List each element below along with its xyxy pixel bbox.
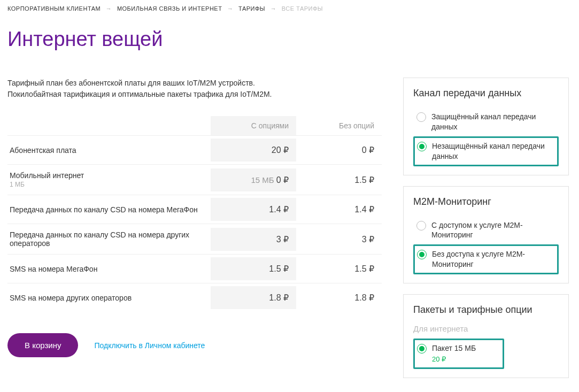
price-table: С опциями Без опций Абонентская плата 20… <box>7 116 382 312</box>
breadcrumb-item[interactable]: МОБИЛЬНАЯ СВЯЗЬ И ИНТЕРНЕТ <box>117 5 222 12</box>
price-with-options: 1.4 ₽ <box>211 198 296 221</box>
table-row: SMS на номера других операторов 1.8 ₽ 1.… <box>7 283 382 312</box>
table-header: С опциями Без опций <box>7 116 382 135</box>
connect-personal-cabinet-link[interactable]: Подключить в Личном кабинете <box>94 341 205 350</box>
price-with-options: 20 ₽ <box>211 139 296 162</box>
breadcrumb: КОРПОРАТИВНЫМ КЛИЕНТАМ → МОБИЛЬНАЯ СВЯЗЬ… <box>7 5 572 12</box>
page-title: Интернет вещей <box>7 28 572 51</box>
radio-secure-channel[interactable]: Защищённый канал передачи данных <box>413 107 559 136</box>
radio-icon <box>416 221 426 230</box>
main-content: Тарифный план без абонентской платы для … <box>7 78 382 389</box>
sidebar: Канал передачи данных Защищённый канал п… <box>403 78 569 389</box>
price-without-options: 0 ₽ <box>296 139 382 162</box>
radio-icon <box>416 112 426 122</box>
radio-label: Без доступа к услуге M2M-Мониторинг <box>432 249 555 270</box>
row-label-text: Передача данных по каналу CSD на номера … <box>10 205 198 214</box>
price-without-options: 1.5 ₽ <box>296 257 382 280</box>
table-row: Мобильный интернет 1 МБ 15 МБ0 ₽ 1.5 ₽ <box>7 164 382 195</box>
row-label: SMS на номера других операторов <box>7 287 211 309</box>
channel-panel: Канал передачи данных Защищённый канал п… <box>403 78 569 175</box>
package-price: 20 ₽ <box>432 355 500 364</box>
radio-without-monitoring[interactable]: Без доступа к услуге M2M-Мониторинг <box>413 244 559 274</box>
description-line: Тарифный план без абонентской платы для … <box>7 79 255 87</box>
monitoring-panel: M2M-Мониторинг С доступом к услуге M2M-М… <box>403 186 569 284</box>
column-header-with-options: С опциями <box>211 116 296 135</box>
price-with-options: 15 МБ0 ₽ <box>211 168 296 191</box>
row-sublabel: 1 МБ <box>10 181 211 188</box>
row-label-text: Передача данных по каналу CSD на номера … <box>10 230 189 248</box>
panel-title: Пакеты и тарифные опции <box>413 304 559 316</box>
package-name: Пакет 15 МБ <box>432 344 476 352</box>
price-without-options: 3 ₽ <box>296 228 382 251</box>
radio-icon <box>417 344 427 353</box>
radio-icon <box>417 142 427 151</box>
table-row: SMS на номера МегаФон 1.5 ₽ 1.5 ₽ <box>7 254 382 283</box>
row-label: Мобильный интернет 1 МБ <box>7 165 211 195</box>
tariff-description: Тарифный план без абонентской платы для … <box>7 78 382 100</box>
radio-unsecure-channel[interactable]: Незащищённый канал передачи данных <box>413 136 559 166</box>
row-label-text: SMS на номера МегаФон <box>10 265 97 273</box>
radio-label: Пакет 15 МБ 20 ₽ <box>432 343 500 364</box>
column-header-without-options: Без опций <box>296 116 382 135</box>
actions-bar: В корзину Подключить в Личном кабинете <box>7 333 382 357</box>
breadcrumb-separator-icon: → <box>106 5 112 12</box>
breadcrumb-item[interactable]: ТАРИФЫ <box>238 5 265 12</box>
row-label: SMS на номера МегаФон <box>7 258 211 280</box>
table-row: Передача данных по каналу CSD на номера … <box>7 195 382 224</box>
row-label-text: SMS на номера других операторов <box>10 294 132 302</box>
panel-title: M2M-Мониторинг <box>413 196 559 207</box>
add-to-cart-button[interactable]: В корзину <box>7 333 78 357</box>
description-line: Покилобайтная тарификация и оптимальные … <box>7 90 272 98</box>
breadcrumb-separator-icon: → <box>227 5 234 12</box>
radio-label: Защищённый канал передачи данных <box>431 112 555 132</box>
price-without-options: 1.4 ₽ <box>296 198 382 221</box>
row-label: Передача данных по каналу CSD на номера … <box>7 199 211 220</box>
radio-icon <box>417 250 427 259</box>
price-with-options: 1.5 ₽ <box>211 257 296 280</box>
row-label: Абонентская плата <box>7 140 211 161</box>
radio-with-monitoring[interactable]: С доступом к услуге M2M-Мониторинг <box>413 216 559 245</box>
breadcrumb-current: ВСЕ ТАРИФЫ <box>282 5 323 12</box>
included-quota: 15 МБ <box>251 175 274 185</box>
table-row: Передача данных по каналу CSD на номера … <box>7 224 382 254</box>
table-row: Абонентская плата 20 ₽ 0 ₽ <box>7 135 382 164</box>
panel-title: Канал передачи данных <box>413 88 559 99</box>
price-without-options: 1.8 ₽ <box>296 286 382 309</box>
breadcrumb-separator-icon: → <box>271 5 277 12</box>
price-with-options: 1.8 ₽ <box>211 286 296 309</box>
price-with-options: 3 ₽ <box>211 228 296 251</box>
row-label-text: Абонентская плата <box>10 146 76 155</box>
radio-label: С доступом к услуге M2M-Мониторинг <box>431 220 555 241</box>
breadcrumb-item[interactable]: КОРПОРАТИВНЫМ КЛИЕНТАМ <box>7 5 101 12</box>
row-label: Передача данных по каналу CSD на номера … <box>7 224 211 254</box>
panel-subtitle: Для интернета <box>413 324 559 333</box>
price-without-options: 1.5 ₽ <box>296 168 382 191</box>
packages-panel: Пакеты и тарифные опции Для интернета Па… <box>403 294 569 378</box>
radio-package-15mb[interactable]: Пакет 15 МБ 20 ₽ <box>413 339 504 368</box>
radio-label: Незащищённый канал передачи данных <box>432 141 555 162</box>
row-label-text: Мобильный интернет <box>10 171 84 180</box>
